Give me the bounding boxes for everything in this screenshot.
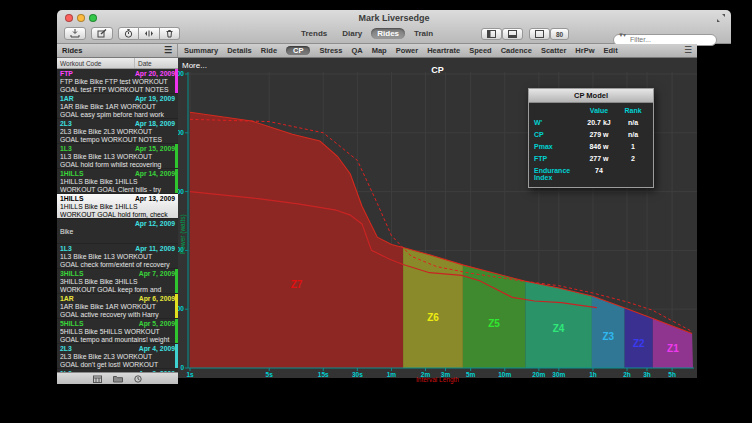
window-chrome: Mark Liversedge [57,10,731,44]
ride-date: Apr 14, 2009 [135,170,175,178]
ride-description: 1L3 Bike Bike 1L3 WORKOUT [60,253,175,261]
svg-text:Z3: Z3 [602,331,614,342]
cp-model-row-label: CP [534,131,580,138]
ride-row[interactable]: 1L3Apr 11, 20091L3 Bike Bike 1L3 WORKOUT… [57,244,178,269]
chart-title: CP [178,65,697,75]
svg-text:Z6: Z6 [427,312,439,323]
chart-tab-cadence[interactable]: Cadence [501,46,532,55]
clock-icon[interactable] [134,375,142,383]
ride-row[interactable]: 1ARApr 6, 20091AR Bike Bike 1AR WORKOUTG… [57,294,178,319]
ride-row[interactable]: 1HILLSApr 14, 20091HILLS Bike Bike 1HILL… [57,169,178,194]
cp-model-row-value: 279 w [580,131,618,138]
sidebar-bottom-toolbar [57,372,178,384]
chart-tab-scatter[interactable]: Scatter [541,46,566,55]
minimize-window-button[interactable] [77,14,85,22]
tiled-view-button[interactable]: 80 [550,28,569,40]
tab-trends[interactable]: Trends [295,28,333,39]
cp-model-row-rank: n/a [618,119,648,126]
main-tabs: TrendsDiaryRidesTrain [295,28,439,39]
split-ride-icon [144,29,154,38]
svg-text:600: 600 [178,188,184,195]
ride-row[interactable]: 1L3Apr 15, 20091L3 Bike Bike 1L3 WORKOUT… [57,144,178,169]
svg-text:Z2: Z2 [633,338,645,349]
cp-model-corner [534,107,580,114]
ride-row[interactable]: 3HILLSApr 7, 20093HILLS Bike Bike 3HILLS… [57,269,178,294]
tab-rides[interactable]: Rides [371,28,405,39]
svg-text:Z1: Z1 [667,343,679,354]
chart-tab-details[interactable]: Details [227,46,252,55]
fullscreen-icon[interactable] [716,13,726,23]
tab-train[interactable]: Train [408,28,439,39]
stopwatch-icon [124,29,133,38]
ride-row[interactable]: 1HILLSApr 13, 20091HILLS Bike Bike 1HILL… [57,194,178,219]
ride-description: 1L3 Bike Bike 1L3 WORKOUT [60,153,175,161]
y-axis-title: Power (watts) [179,214,186,254]
chart-tab-edit[interactable]: Edit [604,46,618,55]
delete-ride-button[interactable] [160,27,180,40]
chart-panel: Z7Z6Z5Z4Z3Z2Z11s5s15s30s1m2m3m5m10m20m30… [178,58,697,384]
ride-row[interactable]: Apr 12, 2009Bike [57,219,178,244]
app-window: Mark Liversedge [57,10,731,384]
ride-description: GOAL tempo and mountains! weight [60,336,175,344]
ride-row[interactable]: 5HILLSApr 5, 20095HILLS Bike 5HILLS WORK… [57,319,178,344]
stopwatch-button[interactable] [118,27,139,40]
chart-tab-map[interactable]: Map [372,46,387,55]
chart-menu-icon[interactable]: ☰ [684,46,692,55]
ride-date: Apr 13, 2009 [135,195,175,203]
folder-icon[interactable] [113,375,123,383]
calendar-icon[interactable] [93,375,102,383]
import-ride-button[interactable] [64,27,86,40]
split-ride-button[interactable] [139,27,160,40]
ride-date: Apr 15, 2009 [135,145,175,153]
chart-tab-power[interactable]: Power [396,46,419,55]
ride-description: FTP Bike Bike FTP test WORKOUT [60,78,175,86]
ride-description: 3HILLS Bike Bike 3HILLS [60,278,175,286]
chart-tab-heartrate[interactable]: Heartrate [427,46,460,55]
lowbar-toggle-icon [508,30,517,38]
chart-tab-stress[interactable]: Stress [319,46,342,55]
chart-tab-hrpw[interactable]: HrPw [575,46,594,55]
ride-description: 1HILLS Bike Bike 1HILLS [60,203,175,211]
cp-chart: Z7Z6Z5Z4Z3Z2Z11s5s15s30s1m2m3m5m10m20m30… [178,58,697,378]
cp-model-header-value: Value [580,107,618,114]
tab-diary[interactable]: Diary [336,28,368,39]
x-axis-title: Interval Length [178,376,697,383]
cp-model-header-rank: Rank [618,107,648,114]
column-workout-code[interactable]: Workout Code [57,58,135,68]
chart-tab-summary[interactable]: Summary [184,46,218,55]
ride-description: WORKOUT GOAL keep form and [60,286,175,294]
ride-description: GOAL tempo WORKOUT NOTES [60,136,175,144]
cp-model-row-value: 846 w [580,143,618,150]
lowbar-toggle-button[interactable] [502,28,523,40]
ride-row[interactable]: 2L3Apr 4, 20092L3 Bike Bike 2L3 WORKOUTG… [57,344,178,369]
chart-tab-ride[interactable]: Ride [261,46,277,55]
sidebar-menu-icon[interactable]: ☰ [164,46,172,55]
ride-description: GOAL test FTP WORKOUT NOTES [60,86,175,94]
import-ride-icon [70,29,80,38]
ride-description: GOAL hold form whilst recovering [60,161,175,169]
tabbed-view-button[interactable] [529,28,550,40]
chart-tab-qa[interactable]: QA [351,46,362,55]
ride-row[interactable]: 1ARApr 19, 20091AR Bike Bike 1AR WORKOUT… [57,94,178,119]
chart-tab-cp[interactable]: CP [286,46,310,55]
ride-date: Apr 5, 2009 [139,320,175,328]
ride-date: Apr 11, 2009 [135,245,175,253]
ride-description: 1AR Bike Bike 1AR WORKOUT [60,303,175,311]
ride-row[interactable]: FTPApr 20, 2009FTP Bike Bike FTP test WO… [57,69,178,94]
close-window-button[interactable] [65,14,73,22]
ride-description: WORKOUT GOAL hold form, check [60,211,175,219]
ride-list: FTPApr 20, 2009FTP Bike Bike FTP test WO… [57,69,178,372]
manual-entry-button[interactable] [91,27,113,40]
cp-model-grid: ValueRankW'20.7 kJn/aCP279 wn/aPmax846 w… [529,103,653,187]
ride-code: FTP [60,70,73,78]
cp-model-row-label: Endurance Index [534,167,580,181]
ride-row[interactable]: 2L3Apr 18, 20092L3 Bike Bike 2L3 WORKOUT… [57,119,178,144]
column-date[interactable]: Date [135,60,178,67]
chart-tab-speed[interactable]: Speed [469,46,492,55]
ride-description: Bike [60,228,175,236]
filter-funnel-icon[interactable]: ▼▾ [618,31,625,38]
sidebar-toggle-button[interactable] [481,28,502,40]
zoom-window-button[interactable] [89,14,97,22]
ride-code: 1HILLS [60,170,83,178]
ride-date: Apr 20, 2009 [135,70,175,78]
